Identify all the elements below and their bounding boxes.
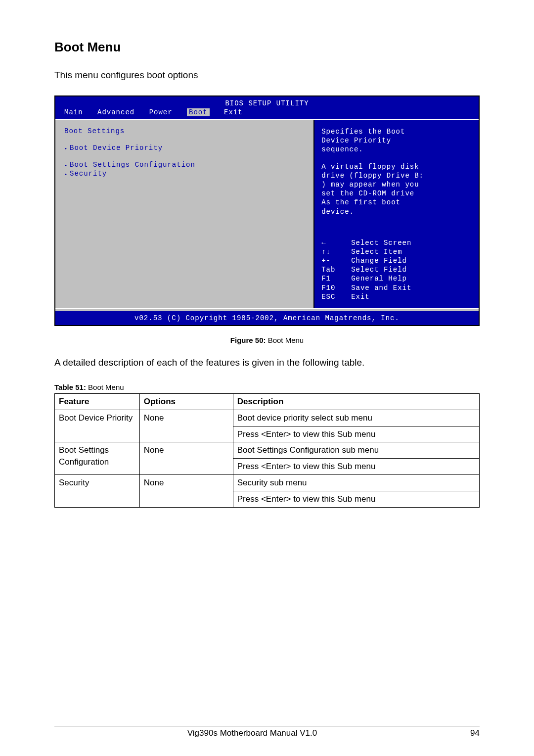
page-heading: Boot Menu xyxy=(54,40,480,55)
header-description: Description xyxy=(233,394,479,410)
bios-section-title: Boot Settings xyxy=(64,127,305,135)
page-footer: Vig390s Motherboard Manual V1.0 94 xyxy=(54,726,480,738)
bios-help-panel: Specifies the Boot Device Priority seque… xyxy=(314,120,479,308)
table-row: Security None Security sub menu xyxy=(55,474,480,491)
bios-keys-legend: ← Select Screen ↑↓ Select Item +- Change… xyxy=(321,238,472,301)
bios-help-text-1: Specifies the Boot Device Priority seque… xyxy=(321,127,472,154)
key-f1: F1 xyxy=(321,274,351,283)
key-updown-arrow: ↑↓ xyxy=(321,247,351,256)
bios-key-row: ← Select Screen xyxy=(321,238,472,247)
tab-main[interactable]: Main xyxy=(64,108,83,116)
cell-feature: Security xyxy=(55,474,140,507)
cell-options: None xyxy=(139,410,233,442)
cell-feature: Boot Device Priority xyxy=(55,410,140,442)
figure-caption-text: Boot Menu xyxy=(268,336,304,344)
key-left-arrow: ← xyxy=(321,238,351,247)
tab-exit[interactable]: Exit xyxy=(224,108,243,116)
figure-caption: Figure 50: Boot Menu xyxy=(54,336,480,344)
figure-caption-label: Figure 50: xyxy=(230,336,268,344)
bios-setup-utility: BIOS SETUP UTILITY Main Advanced Power B… xyxy=(54,95,480,326)
bios-body: Boot Settings Boot Device Priority Boot … xyxy=(55,119,479,308)
cell-description: Press <Enter> to view this Sub menu xyxy=(233,459,479,475)
header-feature: Feature xyxy=(55,394,140,410)
cell-description: Boot Settings Configuration sub menu xyxy=(233,442,479,459)
feature-table: Feature Options Description Boot Device … xyxy=(54,393,480,508)
menu-boot-settings-configuration[interactable]: Boot Settings Configuration xyxy=(64,161,305,169)
bios-copyright: v02.53 (C) Copyright 1985-2002, American… xyxy=(55,311,479,325)
bios-key-row: ESC Exit xyxy=(321,292,472,301)
key-esc: ESC xyxy=(321,292,351,301)
footer-manual-title: Vig390s Motherboard Manual V1.0 xyxy=(54,728,450,738)
menu-boot-device-priority[interactable]: Boot Device Priority xyxy=(64,144,305,152)
key-action: Select Field xyxy=(351,265,407,274)
cell-options: None xyxy=(139,442,233,475)
tab-boot[interactable]: Boot xyxy=(187,108,210,116)
header-options: Options xyxy=(139,394,233,410)
table-caption-text: Boot Menu xyxy=(88,383,124,391)
key-action: Exit xyxy=(351,292,370,301)
key-action: General Help xyxy=(351,274,407,283)
table-header-row: Feature Options Description xyxy=(55,394,480,410)
key-plus-minus: +- xyxy=(321,256,351,265)
cell-description: Press <Enter> to view this Sub menu xyxy=(233,426,479,442)
key-tab: Tab xyxy=(321,265,351,274)
tab-power[interactable]: Power xyxy=(149,108,173,116)
bios-key-row: Tab Select Field xyxy=(321,265,472,274)
table-caption-label: Table 51: xyxy=(54,383,88,391)
table-row: Boot Device Priority None Boot device pr… xyxy=(55,410,480,426)
description-after-figure: A detailed description of each of the fe… xyxy=(54,357,480,368)
key-f10: F10 xyxy=(321,284,351,292)
bios-key-row: F1 General Help xyxy=(321,274,472,283)
bios-tabs: Main Advanced Power Boot Exit xyxy=(55,107,479,119)
tab-advanced[interactable]: Advanced xyxy=(97,108,134,116)
cell-description: Press <Enter> to view this Sub menu xyxy=(233,491,479,507)
key-action: Select Item xyxy=(351,247,402,256)
cell-description: Security sub menu xyxy=(233,474,479,491)
bios-key-row: +- Change Field xyxy=(321,256,472,265)
cell-options: None xyxy=(139,474,233,507)
table-row: Boot Settings Configuration None Boot Se… xyxy=(55,442,480,459)
bios-title: BIOS SETUP UTILITY xyxy=(55,96,479,107)
menu-security[interactable]: Security xyxy=(64,170,305,178)
bios-key-row: F10 Save and Exit xyxy=(321,284,472,292)
footer-page-number: 94 xyxy=(450,728,480,738)
key-action: Select Screen xyxy=(351,238,411,247)
bios-key-row: ↑↓ Select Item xyxy=(321,247,472,256)
bios-left-panel: Boot Settings Boot Device Priority Boot … xyxy=(55,120,314,308)
key-action: Save and Exit xyxy=(351,284,411,292)
bios-help-text-2: A virtual floppy disk drive (floppy Driv… xyxy=(321,162,472,216)
cell-feature: Boot Settings Configuration xyxy=(55,442,140,475)
table-caption: Table 51: Boot Menu xyxy=(54,383,480,391)
cell-description: Boot device priority select sub menu xyxy=(233,410,479,426)
key-action: Change Field xyxy=(351,256,407,265)
intro-text: This menu configures boot options xyxy=(54,70,480,81)
